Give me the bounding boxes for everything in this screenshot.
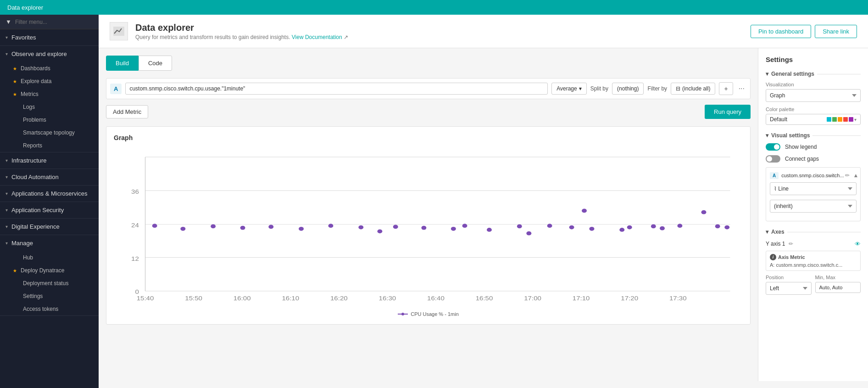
sidebar-item-deployment[interactable]: Deployment status: [0, 277, 99, 290]
pin-to-dashboard-button[interactable]: Pin to dashboard: [751, 25, 811, 38]
manage-label: Manage: [11, 240, 33, 247]
position-select[interactable]: Left: [766, 282, 812, 295]
tab-code[interactable]: Code: [139, 56, 172, 71]
sidebar-item-label: Settings: [23, 293, 43, 299]
axes-settings-label: Axes: [771, 229, 785, 235]
color-palette-select[interactable]: Default ▾: [766, 114, 861, 125]
sidebar-item-problems[interactable]: Problems: [0, 113, 99, 126]
add-metric-button[interactable]: Add Metric: [106, 105, 148, 118]
run-query-button[interactable]: Run query: [705, 105, 751, 119]
metric-input[interactable]: [125, 83, 548, 95]
visual-settings-section: ▾ Visual settings Show legend Connect ga…: [766, 132, 861, 221]
chevron-icon: ▾: [6, 224, 8, 229]
data-explorer-icon: [113, 27, 124, 36]
sidebar-item-dashboards[interactable]: ★ Dashboards: [0, 62, 99, 75]
sidebar-section-cloud-header[interactable]: ▾ Cloud Automation: [0, 169, 99, 185]
sidebar-item-hub[interactable]: Hub: [0, 251, 99, 264]
chevron-down-icon: ▾: [766, 132, 768, 139]
svg-point-31: [377, 229, 382, 233]
svg-point-39: [547, 224, 552, 228]
svg-point-45: [660, 226, 665, 231]
sidebar-filter-container[interactable]: ▼: [0, 15, 99, 29]
sidebar-item-logs[interactable]: Logs: [0, 101, 99, 113]
edit-metric-button[interactable]: ✏: [844, 171, 851, 180]
sidebar-filter-input[interactable]: [15, 19, 93, 25]
legend-line-icon: [398, 312, 408, 316]
svg-point-29: [328, 224, 334, 228]
connect-gaps-label: Connect gaps: [785, 156, 819, 162]
svg-text:17:20: 17:20: [621, 295, 638, 301]
visual-settings-header[interactable]: ▾ Visual settings: [766, 132, 861, 139]
sidebar-section-digital: ▾ Digital Experience: [0, 219, 99, 235]
axis-metric-box: i Axis Metric A: custom.snmp.cisco.switc…: [766, 251, 861, 271]
expand-metric-button[interactable]: ▲: [852, 171, 860, 180]
filter-by-select[interactable]: ⊟ (include all): [671, 83, 715, 95]
sidebar-item-label: Dashboards: [21, 65, 50, 72]
sidebar-item-reports[interactable]: Reports: [0, 139, 99, 152]
y-axis-text: Y axis 1: [766, 241, 785, 247]
page-header: Data explorer Query for metrics and tran…: [99, 15, 868, 48]
swatch-teal: [827, 117, 831, 122]
sidebar-item-smartscape[interactable]: Smartscape topology: [0, 126, 99, 139]
y-axis-label: Y axis 1 ✏: [766, 240, 794, 248]
svg-text:16:00: 16:00: [234, 295, 251, 301]
page-header-right: Pin to dashboard Share link: [751, 25, 857, 38]
sidebar-item-settings[interactable]: Settings: [0, 290, 99, 303]
visualization-select[interactable]: Graph: [766, 89, 861, 102]
sidebar-section-appsec: ▾ Application Security: [0, 202, 99, 219]
svg-point-24: [180, 227, 185, 231]
show-legend-toggle[interactable]: [766, 143, 780, 151]
inherit-select[interactable]: (inherit): [770, 200, 857, 213]
docs-link[interactable]: View Documentation: [292, 34, 342, 40]
chevron-icon: ▾: [6, 191, 8, 196]
split-by-select[interactable]: (nothing): [612, 83, 644, 95]
axes-settings-header[interactable]: ▾ Axes: [766, 229, 861, 235]
color-swatches: ▾: [827, 117, 857, 122]
eye-icon[interactable]: 👁: [855, 241, 861, 247]
sidebar-section-favorites-header[interactable]: ▾ Favorites: [0, 29, 99, 45]
tab-build[interactable]: Build: [106, 56, 139, 71]
svg-text:16:40: 16:40: [427, 295, 445, 301]
aggregation-select[interactable]: Average ▾: [551, 83, 586, 95]
svg-text:17:30: 17:30: [669, 295, 687, 301]
svg-point-42: [619, 228, 624, 232]
sidebar-section-appsec-header[interactable]: ▾ Application Security: [0, 202, 99, 218]
visualization-label: Visualization: [766, 82, 861, 87]
sidebar-section-digital-header[interactable]: ▾ Digital Experience: [0, 219, 99, 235]
sidebar-section-infrastructure-header[interactable]: ▾ Infrastructure: [0, 152, 99, 169]
connect-gaps-toggle[interactable]: [766, 155, 780, 163]
svg-text:24: 24: [131, 222, 139, 228]
minmax-label: Min, Max: [815, 275, 861, 280]
color-palette-label: Color palette: [766, 107, 861, 112]
svg-text:16:20: 16:20: [330, 295, 348, 301]
sidebar-item-deploy[interactable]: ★ Deploy Dynatrace: [0, 264, 99, 277]
edit-y-axis-button[interactable]: ✏: [788, 240, 794, 248]
settings-title: Settings: [766, 56, 861, 63]
chart-legend: CPU Usage % - 1min: [114, 311, 743, 317]
content-area: Build Code A Average ▾ Split by (nothing…: [99, 48, 868, 381]
svg-point-48: [701, 210, 707, 214]
add-filter-button[interactable]: +: [719, 82, 733, 95]
sidebar-section-observe-header[interactable]: ▾ Observe and explore: [0, 46, 99, 62]
sidebar-item-explore[interactable]: ★ Explore data: [0, 75, 99, 88]
svg-point-27: [268, 225, 273, 229]
sidebar-section-manage-header[interactable]: ▾ Manage: [0, 235, 99, 251]
svg-point-36: [487, 228, 492, 232]
sidebar-item-label: Logs: [23, 104, 35, 110]
sidebar-section-appmicro-header[interactable]: ▾ Applications & Microservices: [0, 186, 99, 202]
svg-point-37: [517, 224, 522, 228]
general-settings-header[interactable]: ▾ General settings: [766, 71, 861, 77]
share-link-button[interactable]: Share link: [815, 25, 857, 38]
minmax-input[interactable]: [815, 282, 861, 293]
chart-type-select[interactable]: ⌇ Line: [770, 182, 857, 195]
star-icon: ★: [13, 268, 17, 273]
chevron-icon: ▾: [6, 208, 8, 213]
sidebar-item-tokens[interactable]: Access tokens: [0, 303, 99, 315]
chevron-icon: ▾: [6, 35, 8, 40]
sidebar-item-metrics[interactable]: ★ Metrics: [0, 88, 99, 101]
more-options-button[interactable]: ···: [737, 83, 746, 95]
chevron-down-icon: ▾: [579, 85, 582, 92]
filter-icon: ⊟: [676, 85, 680, 92]
top-bar-title: Data explorer: [7, 4, 43, 11]
sidebar-section-appmicro: ▾ Applications & Microservices: [0, 186, 99, 202]
